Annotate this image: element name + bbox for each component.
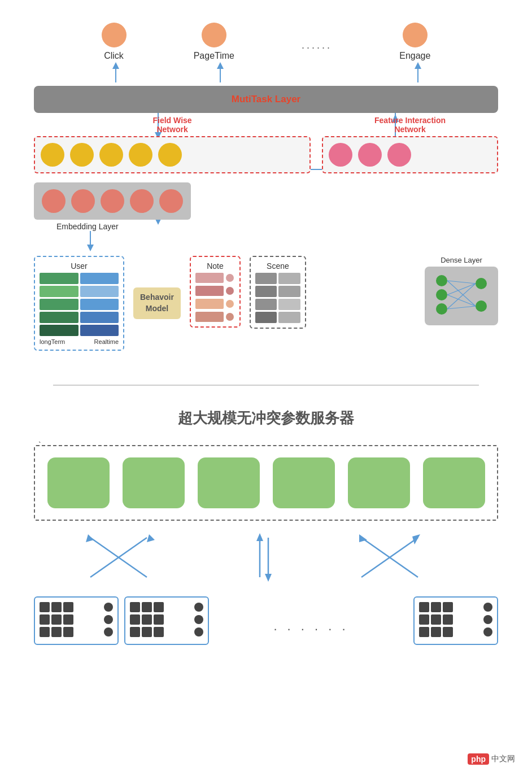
server-box-4 <box>273 457 335 508</box>
scene-cell <box>278 273 300 284</box>
dense-box <box>425 267 498 325</box>
scene-cell <box>255 273 277 284</box>
server-box-2 <box>123 457 185 508</box>
scene-cell <box>278 286 300 297</box>
worker-sq <box>63 614 73 625</box>
fin-area: Feature InteractionNetwork <box>322 116 498 173</box>
dense-network-svg <box>430 272 492 317</box>
worker-sq <box>130 602 140 612</box>
worker-row-2 <box>130 614 203 625</box>
worker-squares <box>40 602 73 612</box>
scene-label: Scene <box>255 261 300 271</box>
worker-squares <box>40 614 73 625</box>
svg-marker-5 <box>415 62 421 69</box>
section-divider <box>53 385 479 386</box>
note-label: Note <box>195 261 235 271</box>
emb-circle-3 <box>101 189 124 213</box>
worker-sq <box>443 614 453 625</box>
fin-box <box>322 136 498 173</box>
top-diagram: Click PageTime ...... Engage MutiTask La… <box>0 0 532 362</box>
worker-sq <box>51 614 62 625</box>
output-engage: Engage <box>399 23 430 61</box>
scene-cell <box>255 286 277 297</box>
worker-sq <box>431 602 441 612</box>
behavior-label: BehavoirModel <box>140 293 174 313</box>
fin-circle-2 <box>358 143 382 167</box>
svg-point-21 <box>476 300 487 312</box>
fwn-circle-5 <box>158 143 182 167</box>
worker-squares <box>419 627 453 637</box>
worker-row-1 <box>419 602 492 612</box>
worker-sq <box>154 627 164 637</box>
user-cell <box>40 299 79 310</box>
worker-sq <box>419 614 429 625</box>
tick-mark: ` <box>38 441 41 450</box>
worker-squares <box>419 614 453 625</box>
worker-box-2 <box>124 596 209 645</box>
worker-squares <box>130 614 164 625</box>
worker-sq <box>63 602 73 612</box>
svg-marker-35 <box>265 574 272 582</box>
fin-label: Feature InteractionNetwork <box>322 116 498 134</box>
fwn-label: Field WiseNetwork <box>34 116 311 134</box>
worker-sq <box>40 614 50 625</box>
worker-squares <box>130 602 164 612</box>
user-cell <box>80 299 119 310</box>
click-label: Click <box>104 51 124 61</box>
worker-dot <box>194 603 203 612</box>
emb-circle-4 <box>130 189 154 213</box>
user-cell <box>80 325 119 336</box>
behavior-model: BehavoirModel <box>133 287 181 319</box>
user-box: User longTerm Realtime <box>34 256 124 351</box>
fwn-box <box>34 136 311 173</box>
worker-dot <box>194 627 203 637</box>
note-rect <box>195 312 224 322</box>
worker-box-1 <box>34 596 119 645</box>
fwn-circle-2 <box>70 143 94 167</box>
svg-marker-16 <box>87 245 94 251</box>
bottom-diagram: 超大规模无冲突参数服务器 ` <box>0 408 532 668</box>
user-cell <box>40 325 79 336</box>
svg-marker-33 <box>256 533 263 541</box>
embedding-label: Embedding Layer <box>56 222 498 231</box>
worker-sq <box>51 602 62 612</box>
note-dot <box>226 300 234 308</box>
worker-sq <box>142 602 152 612</box>
worker-sq <box>431 627 441 637</box>
worker-sq <box>63 627 73 637</box>
user-cell <box>80 312 119 323</box>
user-cell <box>40 286 79 297</box>
watermark: php 中文网 <box>468 753 515 765</box>
svg-marker-31 <box>147 534 155 542</box>
user-label: User <box>40 261 119 271</box>
worker-row-3 <box>130 627 203 637</box>
embedding-section: Embedding Layer <box>34 182 498 231</box>
worker-box-3 <box>413 596 498 645</box>
pagetime-label: PageTime <box>194 51 234 61</box>
emb-circle-1 <box>42 189 66 213</box>
fwn-area: Field WiseNetwork <box>34 116 311 173</box>
user-cell <box>80 286 119 297</box>
worker-dot <box>483 627 492 637</box>
worker-sq <box>419 602 429 612</box>
user-cell <box>40 273 79 284</box>
multitask-layer: MutiTask Layer <box>34 86 498 113</box>
server-box-5 <box>348 457 410 508</box>
worker-row-2 <box>419 614 492 625</box>
embedding-layer <box>34 182 191 220</box>
svg-marker-29 <box>86 534 94 542</box>
note-rect <box>195 299 224 309</box>
worker-sq <box>40 602 50 612</box>
svg-line-22 <box>447 281 476 284</box>
note-row-4 <box>195 312 235 322</box>
worker-sq <box>142 614 152 625</box>
note-dot <box>226 313 234 321</box>
worker-squares <box>40 627 73 637</box>
svg-point-19 <box>436 303 447 315</box>
bottom-title: 超大规模无冲突参数服务器 <box>34 408 498 428</box>
worker-row-1 <box>130 602 203 612</box>
server-box-1 <box>47 457 110 508</box>
output-click: Click <box>102 23 127 61</box>
pagetime-circle <box>202 23 226 47</box>
worker-sq <box>443 627 453 637</box>
